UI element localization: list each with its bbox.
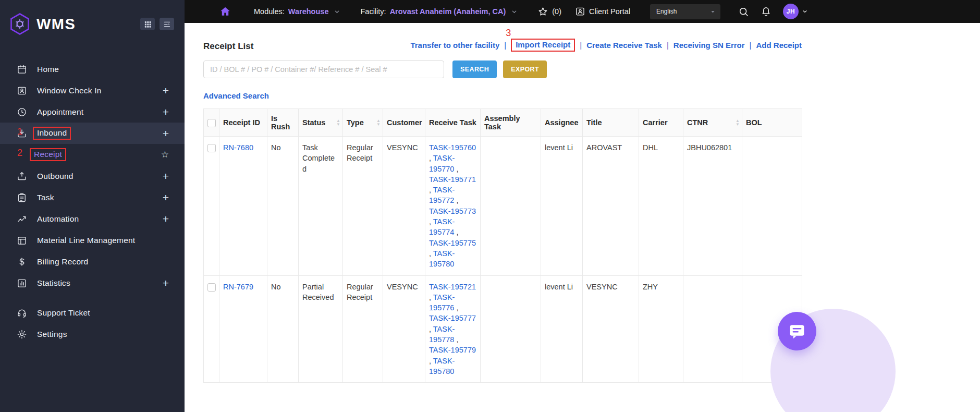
- is-rush-cell: No: [267, 137, 299, 276]
- link-separator: |: [504, 41, 506, 50]
- billing-icon: [17, 257, 27, 267]
- receive-task-link[interactable]: TASK-195760: [429, 143, 476, 152]
- receive-task-link[interactable]: TASK-195778: [429, 325, 455, 344]
- sort-icon[interactable]: ▲▼: [336, 119, 340, 126]
- plus-icon[interactable]: +: [163, 192, 169, 203]
- sidebar-item-appointment[interactable]: Appointment+: [0, 101, 185, 123]
- sidebar-item-statistics[interactable]: Statistics+: [0, 272, 185, 294]
- receive-task-link[interactable]: TASK-195776: [429, 293, 455, 312]
- is-rush-cell: No: [267, 275, 299, 383]
- receive-task-link[interactable]: TASK-195779: [429, 346, 476, 354]
- plus-icon[interactable]: +: [163, 106, 169, 117]
- favorites-button[interactable]: (0): [537, 6, 561, 17]
- receive-task-link[interactable]: TASK-195772: [429, 186, 455, 204]
- table-header-row: Receipt IDIs RushStatus▲▼Type▲▼CustomerR…: [204, 109, 802, 137]
- sidebar-item-automation[interactable]: Automation+: [0, 208, 185, 229]
- sort-icon[interactable]: ▲▼: [376, 119, 381, 126]
- task-icon: [17, 192, 27, 203]
- plus-icon[interactable]: +: [163, 128, 169, 139]
- receive-task-cell: TASK-195760 , TASK-195770 , TASK-195771 …: [425, 137, 481, 276]
- sidebar-item-home[interactable]: Home: [0, 58, 185, 80]
- receive-task-link[interactable]: TASK-195771: [429, 175, 476, 184]
- header-link-transfer-to-other-facility[interactable]: Transfer to other facility: [410, 41, 499, 50]
- sidebar-item-receipt[interactable]: 2Receipt☆: [0, 144, 185, 165]
- search-icon[interactable]: [738, 6, 749, 17]
- language-select[interactable]: English: [650, 4, 720, 19]
- receive-task-link[interactable]: TASK-195774: [429, 217, 455, 236]
- facility-selector[interactable]: Facility: Arovast Anaheim (Anaheim, CA): [360, 7, 518, 16]
- receive-task-link[interactable]: TASK-195780: [429, 357, 455, 375]
- sidebar-item-window-check-in[interactable]: Window Check In+: [0, 80, 185, 101]
- language-selected: English: [656, 8, 677, 15]
- header-link-create-receive-task[interactable]: Create Receive Task: [586, 41, 662, 50]
- receipt-id-cell-link[interactable]: RN-7679: [223, 283, 253, 291]
- sort-icon[interactable]: ▲▼: [736, 119, 740, 126]
- sidebar-item-task[interactable]: Task+: [0, 187, 185, 208]
- table-body: RN-7680NoTask CompletedRegular ReceiptVE…: [204, 137, 802, 383]
- sidebar-item-label: Settings: [37, 330, 67, 339]
- column-header-customer: Customer: [383, 109, 425, 137]
- link-separator: |: [750, 41, 752, 50]
- receipt-table: Receipt IDIs RushStatus▲▼Type▲▼CustomerR…: [203, 108, 802, 383]
- header-link-receiving-sn-error[interactable]: Receiving SN Error: [673, 41, 745, 50]
- sidebar-item-support-ticket[interactable]: Support Ticket: [0, 302, 185, 323]
- client-portal-button[interactable]: Client Portal: [575, 6, 630, 17]
- row-checkbox[interactable]: [207, 283, 216, 292]
- apps-grid-button[interactable]: [140, 18, 155, 30]
- brand-name: WMS: [36, 16, 76, 33]
- receive-task-link[interactable]: TASK-195773: [429, 207, 476, 215]
- sidebar-menu: HomeWindow Check In+Appointment+1Inbound…: [0, 45, 185, 294]
- star-icon[interactable]: ☆: [161, 150, 169, 159]
- select-all-checkbox[interactable]: [207, 119, 216, 127]
- search-input[interactable]: [203, 60, 444, 78]
- row-select-cell: [204, 275, 219, 383]
- header-link-add-receipt[interactable]: Add Receipt: [756, 41, 802, 50]
- collapse-menu-icon: [163, 20, 171, 28]
- sidebar-item-label: Billing Record: [37, 257, 88, 266]
- link-separator: |: [667, 41, 669, 50]
- select-all-cell: [204, 109, 219, 137]
- star-icon: [537, 6, 548, 17]
- clock-icon: [17, 107, 27, 117]
- calendar-icon: [17, 64, 27, 75]
- sidebar-item-label: Receipt: [30, 148, 66, 161]
- modules-selector[interactable]: Modules: Warehouse: [254, 7, 340, 16]
- sidebar-item-outbound[interactable]: Outbound+: [0, 165, 185, 187]
- chevron-down-icon[interactable]: [802, 8, 808, 15]
- receive-task-link[interactable]: TASK-195777: [429, 314, 476, 322]
- sidebar-item-billing-record[interactable]: Billing Record: [0, 251, 185, 272]
- receipt-id-cell-link[interactable]: RN-7680: [223, 143, 253, 152]
- plus-icon[interactable]: +: [163, 213, 169, 224]
- assembly-task-cell: [481, 137, 541, 276]
- receipt-id-cell: RN-7679: [219, 275, 267, 383]
- plus-icon[interactable]: +: [163, 277, 169, 288]
- collapse-sidebar-button[interactable]: [160, 18, 174, 30]
- receive-task-link[interactable]: TASK-195770: [429, 154, 455, 173]
- export-button[interactable]: EXPORT: [503, 60, 547, 78]
- table-row: RN-7680NoTask CompletedRegular ReceiptVE…: [204, 137, 802, 276]
- column-header-receive-task: Receive Task: [425, 109, 481, 137]
- user-avatar[interactable]: JH: [783, 4, 799, 19]
- receive-task-link[interactable]: TASK-195721: [429, 283, 476, 291]
- receive-task-link[interactable]: TASK-195780: [429, 249, 455, 268]
- search-button[interactable]: SEARCH: [452, 60, 497, 78]
- receive-task-link[interactable]: TASK-195775: [429, 239, 476, 247]
- home-icon[interactable]: [219, 6, 231, 17]
- sidebar-item-settings[interactable]: Settings: [0, 323, 185, 345]
- chat-icon: [787, 321, 807, 341]
- row-checkbox[interactable]: [207, 144, 216, 152]
- row-select-cell: [204, 137, 219, 276]
- notifications-bell-icon[interactable]: [761, 6, 771, 17]
- chat-button[interactable]: [778, 312, 816, 350]
- sidebar-item-material-line-management[interactable]: Material Line Management: [0, 229, 185, 251]
- plus-icon[interactable]: +: [163, 171, 169, 181]
- column-header-bol: BOL: [742, 109, 802, 137]
- grid-icon: [144, 20, 152, 28]
- facility-label: Facility:: [360, 7, 386, 16]
- header-link-import-receipt[interactable]: Import Receipt: [516, 40, 570, 49]
- sidebar-item-inbound[interactable]: 1Inbound+: [0, 123, 185, 144]
- wms-logo-icon: [9, 13, 30, 35]
- advanced-search-link[interactable]: Advanced Search: [203, 91, 269, 100]
- link-separator: |: [580, 41, 582, 50]
- plus-icon[interactable]: +: [163, 85, 169, 96]
